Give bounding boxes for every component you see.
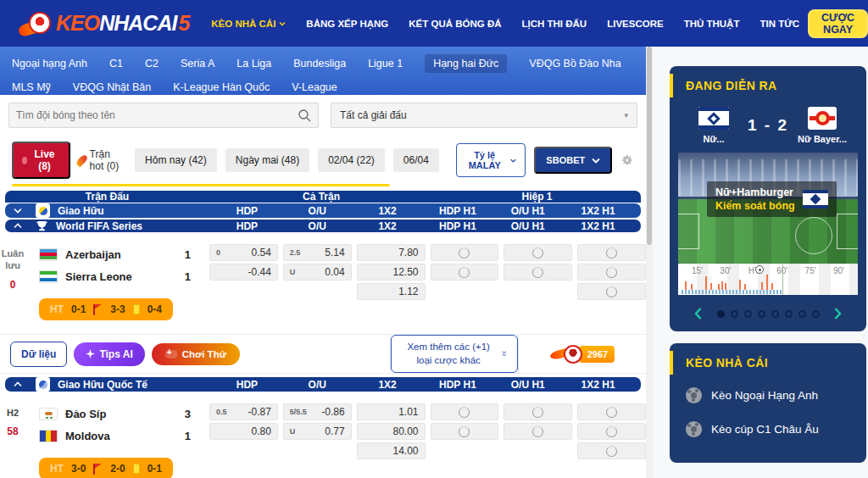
carousel-dot[interactable] xyxy=(731,310,738,318)
odds-cell[interactable] xyxy=(577,264,646,281)
loading-spinner-icon xyxy=(606,446,617,457)
match-timeline[interactable]: 15' 30' HT 60' 75' 90' xyxy=(678,264,858,295)
odds-cell[interactable]: 0.80 xyxy=(209,423,278,440)
tab-date-0604[interactable]: 06/04 xyxy=(393,148,439,172)
live-match-scoreline[interactable]: Nữ... 1 - 2 Nữ Bayer... xyxy=(670,107,866,144)
collapse-chevron-icon[interactable] xyxy=(5,208,31,214)
odds-cell[interactable]: 80.00 xyxy=(357,423,426,440)
away-team-line[interactable]: Sierra Leone 1 xyxy=(31,266,204,286)
tab-today[interactable]: Hôm nay (42) xyxy=(135,148,217,172)
menu-item-tin-tuc[interactable]: TIN TỨC xyxy=(760,19,799,29)
odds-cell[interactable]: -0.44 xyxy=(209,264,278,281)
odds-cell[interactable] xyxy=(504,403,572,420)
carousel-dots xyxy=(717,310,820,318)
scrollbar-thumb[interactable] xyxy=(647,47,652,245)
hot-match-counter[interactable]: 2967 xyxy=(550,345,615,364)
odds-cell[interactable] xyxy=(577,423,646,440)
site-logo[interactable]: Keonhacai5 xyxy=(22,11,189,36)
league-link[interactable]: C1 xyxy=(109,54,123,73)
odds-cell[interactable] xyxy=(504,244,572,261)
teams-cell[interactable]: Azerbaijan 1 Sierra Leone 1 HT0-1 3-3 0-… xyxy=(31,244,204,320)
league-link[interactable]: Ligue 1 xyxy=(368,54,403,73)
away-team-line[interactable]: Moldova 1 xyxy=(31,425,204,446)
tab-hot[interactable]: Trận hot (0) xyxy=(79,148,126,172)
odds-cell[interactable] xyxy=(431,244,499,261)
home-team-line[interactable]: Đảo Síp 3 xyxy=(31,403,204,424)
bet-now-button[interactable]: CƯỢC NGAY xyxy=(808,9,868,38)
section-world-fifa-series[interactable]: World FIFA Series HDP O/U 1X2 HDP H1 O/U… xyxy=(5,220,641,232)
odds-cell[interactable]: 5/5.5-0.86 xyxy=(283,403,352,420)
section-giao-huu[interactable]: Giao Hữu HDP O/U 1X2 HDP H1 O/U H1 1X2 H… xyxy=(5,203,641,218)
tab-tomorrow[interactable]: Ngày mai (48) xyxy=(225,148,309,172)
odds-cell[interactable]: 1.12 xyxy=(357,283,426,300)
odds-cell[interactable] xyxy=(504,264,572,281)
loading-spinner-icon xyxy=(459,247,470,258)
bookmaker-select[interactable]: SBOBET xyxy=(534,147,612,174)
section-giao-huu-quoc-te[interactable]: Giao Hữu Quốc Tế HDP O/U 1X2 HDP H1 O/U … xyxy=(5,377,641,392)
play-demo-button[interactable]: Chơi Thử xyxy=(152,343,240,365)
gear-icon[interactable] xyxy=(620,151,634,170)
odds-cell[interactable] xyxy=(577,442,646,459)
odds-cell[interactable]: 14.00 xyxy=(357,442,426,459)
odds-cell[interactable]: 12.50 xyxy=(357,264,426,281)
league-link[interactable]: Seria A xyxy=(181,54,214,73)
odds-cell-empty xyxy=(431,442,499,459)
collapse-chevron-icon[interactable] xyxy=(5,223,31,229)
odds-cell[interactable] xyxy=(577,244,646,261)
carousel-dot[interactable] xyxy=(798,310,806,318)
search-input[interactable] xyxy=(16,109,298,121)
odds-cell[interactable] xyxy=(504,423,572,440)
league-link[interactable]: La Liga xyxy=(236,54,271,73)
tab-date-0204[interactable]: 02/04 (22) xyxy=(318,148,385,172)
collapse-chevron-icon[interactable] xyxy=(5,381,31,387)
carousel-dot[interactable] xyxy=(812,310,820,318)
more-bets-button[interactable]: Xem thêm các (+1) loại cược khác xyxy=(391,335,518,373)
carousel-prev-icon[interactable] xyxy=(691,306,706,321)
odds-cell[interactable] xyxy=(577,403,646,420)
link-keo-ngoai-hang-anh[interactable]: Kèo Ngoại Hạng Anh xyxy=(670,387,866,403)
carousel-dot[interactable] xyxy=(717,310,725,318)
league-link[interactable]: K-League Hàn Quốc xyxy=(173,78,270,97)
odds-cell[interactable]: 2.55.14 xyxy=(283,244,352,261)
home-team-line[interactable]: Azerbaijan 1 xyxy=(31,244,204,264)
carousel-dot[interactable] xyxy=(758,310,765,318)
menu-item-lich-thi-dau[interactable]: LỊCH THI ĐẤU xyxy=(522,19,587,29)
main-menu: KÈO NHÀ CÁI BẢNG XẾP HẠNG KẾT QUẢ BÓNG Đ… xyxy=(211,19,799,29)
league-link[interactable]: Bundesliga xyxy=(293,54,346,73)
live-pitch-visual[interactable]: Nữ+Hamburger Kiểm soát bóng xyxy=(678,153,858,264)
carousel-dot[interactable] xyxy=(785,310,793,318)
carousel-dot[interactable] xyxy=(771,310,779,318)
vertical-scrollbar[interactable] xyxy=(646,47,653,478)
tab-live[interactable]: Live (8) xyxy=(12,142,70,179)
league-link[interactable]: VĐQG Nhật Bản xyxy=(73,78,151,97)
league-link[interactable]: MLS Mỹ xyxy=(12,78,51,97)
odds-cell[interactable]: U0.77 xyxy=(283,423,352,440)
odds-cell[interactable] xyxy=(577,283,646,300)
odds-cell[interactable]: U0.04 xyxy=(283,264,352,281)
league-link[interactable]: Hạng hai Đức xyxy=(425,54,507,73)
menu-item-livescore[interactable]: LIVESCORE xyxy=(607,19,663,29)
league-link[interactable]: VĐQG Bồ Đào Nha xyxy=(529,54,620,73)
data-button[interactable]: Dữ liệu xyxy=(10,342,67,367)
odds-cell[interactable]: 7.80 xyxy=(357,244,426,261)
menu-item-ket-qua[interactable]: KẾT QUẢ BÓNG ĐÁ xyxy=(409,19,501,29)
odds-cell[interactable]: 1.01 xyxy=(357,403,426,420)
league-link[interactable]: C2 xyxy=(145,54,159,73)
menu-item-bang-xep-hang[interactable]: BẢNG XẾP HẠNG xyxy=(306,19,388,29)
odds-type-select[interactable]: Tỷ lệ MALAY xyxy=(456,143,526,177)
menu-item-keo-nha-cai[interactable]: KÈO NHÀ CÁI xyxy=(211,19,286,29)
odds-cell[interactable]: 0.5-0.87 xyxy=(209,403,278,420)
odds-cell[interactable] xyxy=(431,264,499,281)
league-link[interactable]: Ngoại hạng Anh xyxy=(12,54,87,73)
menu-item-thu-thuat[interactable]: THỦ THUẬT xyxy=(684,19,740,29)
league-link[interactable]: V-League xyxy=(292,78,337,97)
carousel-next-icon[interactable] xyxy=(831,306,846,321)
league-filter-select[interactable]: Tất cả giải đấu ▾ xyxy=(331,103,637,128)
teams-cell[interactable]: Đảo Síp 3 Moldova 1 HT3-0 2-0 0-1 xyxy=(31,403,204,478)
carousel-dot[interactable] xyxy=(744,310,752,318)
odds-cell[interactable] xyxy=(431,423,499,440)
odds-cell[interactable]: 00.54 xyxy=(209,244,278,261)
tips-ai-button[interactable]: Tips AI xyxy=(74,342,144,366)
odds-cell[interactable] xyxy=(431,403,499,420)
link-keo-cup-c1[interactable]: Kèo cúp C1 Châu Âu xyxy=(670,421,866,437)
